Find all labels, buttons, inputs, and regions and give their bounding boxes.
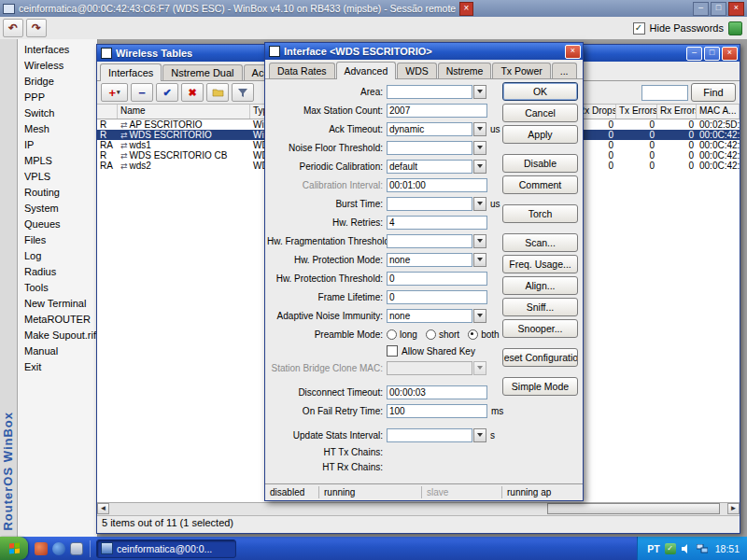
area-dropdown-button[interactable] [473, 85, 486, 99]
sidebar-item-ip[interactable]: IP [18, 137, 97, 153]
sidebar-item-metarouter[interactable]: MetaROUTER [18, 312, 97, 328]
sidebar-item-log[interactable]: Log [18, 248, 97, 264]
volume-icon[interactable] [681, 543, 692, 554]
preamble-long-radio[interactable]: long [387, 329, 417, 340]
periodic-calibration-dropdown-button[interactable] [473, 160, 486, 174]
cancel-button[interactable]: Cancel [502, 104, 578, 122]
quick-launch-icon-2[interactable] [52, 542, 65, 555]
sidebar-item-tools[interactable]: Tools [18, 280, 97, 296]
language-indicator[interactable]: PT [647, 543, 659, 554]
burst-time-dropdown-button[interactable] [473, 197, 486, 211]
tab-overflow[interactable]: ... [552, 63, 577, 78]
scroll-left-button[interactable]: ◄ [97, 503, 109, 514]
remote-session-titlebar[interactable]: ceinformatica@00:0C:42:43:C6:F7 (WDS ESC… [0, 0, 747, 17]
sidebar-item-vpls[interactable]: VPLS [18, 169, 97, 185]
sidebar-item-wireless[interactable]: Wireless [18, 58, 97, 74]
security-shield-icon[interactable]: ✓ [665, 543, 676, 554]
window-close-button[interactable]: × [722, 47, 738, 61]
noise-floor-threshold-input[interactable] [387, 141, 472, 155]
sidebar-item-files[interactable]: Files [18, 232, 97, 248]
remote-close-button[interactable]: × [728, 2, 744, 16]
sidebar-item-manual[interactable]: Manual [18, 343, 97, 359]
hw-protection-threshold-input[interactable] [387, 272, 487, 286]
hw-retries-input[interactable] [387, 216, 487, 230]
on-fail-retry-time-input[interactable] [387, 404, 487, 418]
preamble-both-radio[interactable]: both [468, 329, 499, 340]
column-flags[interactable] [97, 105, 118, 119]
snooper-button[interactable]: Snooper... [502, 319, 578, 338]
sidebar-item-mesh[interactable]: Mesh [18, 121, 97, 137]
adaptive-noise-immunity-input[interactable] [387, 309, 472, 323]
scrollbar-thumb[interactable] [547, 503, 721, 514]
scan-button[interactable]: Scan... [502, 233, 578, 252]
hw-protection-mode-dropdown-button[interactable] [473, 253, 486, 267]
taskbar-winbox-button[interactable]: ceinformatica@00:0... [96, 539, 236, 558]
undo-button[interactable]: ↶ [3, 19, 23, 37]
tab-wds[interactable]: WDS [397, 63, 437, 78]
sidebar-item-routing[interactable]: Routing [18, 185, 97, 201]
remote-session-close-icon[interactable]: × [459, 2, 473, 16]
sniff-button[interactable]: Sniff... [502, 298, 578, 316]
enable-button[interactable]: ✔ [156, 83, 178, 102]
tab-interfaces[interactable]: Interfaces [100, 63, 162, 81]
tab-nstreme[interactable]: Nstreme [438, 63, 492, 78]
ok-button[interactable]: OK [502, 82, 578, 101]
noise-floor-dropdown-button[interactable] [473, 141, 486, 155]
add-button[interactable]: + ▾ [101, 83, 128, 102]
adaptive-noise-dropdown-button[interactable] [473, 309, 486, 323]
sidebar-item-system[interactable]: System [18, 201, 97, 217]
hw-protection-mode-input[interactable] [387, 253, 472, 267]
filter-button[interactable] [232, 83, 254, 102]
frame-lifetime-input[interactable] [387, 290, 487, 304]
find-button[interactable]: Find [691, 83, 736, 102]
horizontal-scrollbar[interactable]: ◄ ► [97, 502, 740, 515]
sidebar-item-queues[interactable]: Queues [18, 217, 97, 232]
sidebar-item-radius[interactable]: Radius [18, 264, 97, 280]
torch-button[interactable]: Torch [502, 204, 578, 223]
apply-button[interactable]: Apply [502, 125, 578, 144]
allow-shared-key-checkbox[interactable] [387, 345, 398, 357]
hw-fragmentation-threshold-input[interactable] [387, 234, 472, 248]
comment-button[interactable]: Comment [502, 175, 578, 194]
preamble-short-radio[interactable]: short [426, 329, 459, 340]
comment-button-toolbar[interactable] [206, 83, 229, 102]
sidebar-item-switch[interactable]: Switch [18, 105, 97, 121]
max-station-count-input[interactable] [387, 104, 487, 118]
simple-mode-button[interactable]: Simple Mode [502, 377, 578, 396]
remove-button[interactable]: − [131, 83, 153, 102]
periodic-calibration-input[interactable] [387, 160, 472, 174]
sidebar-item-exit[interactable]: Exit [18, 359, 97, 375]
disable-button[interactable]: Disable [502, 154, 578, 173]
reset-configuration-button[interactable]: Reset Configuration [502, 348, 578, 367]
ack-timeout-dropdown-button[interactable] [473, 122, 486, 136]
window-minimize-button[interactable]: – [686, 47, 702, 61]
ack-timeout-input[interactable] [387, 122, 472, 136]
tab-tx-power[interactable]: Tx Power [492, 63, 550, 78]
sidebar-item-make-supout[interactable]: Make Supout.rif [18, 328, 97, 343]
column-rx-errors[interactable]: Rx Errors [657, 105, 697, 119]
hw-fragmentation-dropdown-button[interactable] [473, 234, 486, 248]
remote-maximize-button[interactable]: □ [711, 2, 726, 16]
column-mac-address[interactable]: MAC A... [697, 105, 740, 119]
remote-minimize-button[interactable]: – [693, 2, 709, 16]
sidebar-item-interfaces[interactable]: Interfaces [18, 42, 97, 58]
interface-dialog-titlebar[interactable]: Interface <WDS ESCRITORIO> × [265, 43, 583, 60]
scroll-right-button[interactable]: ► [727, 503, 740, 514]
freq-usage-button[interactable]: Freq. Usage... [502, 255, 578, 273]
hide-passwords-checkbox[interactable]: ✓ [633, 22, 645, 35]
area-input[interactable] [387, 85, 472, 99]
sidebar-item-bridge[interactable]: Bridge [18, 74, 97, 90]
sidebar-item-mpls[interactable]: MPLS [18, 153, 97, 169]
network-icon[interactable] [697, 543, 708, 554]
sidebar-item-new-terminal[interactable]: New Terminal [18, 296, 97, 312]
redo-button[interactable]: ↷ [26, 19, 47, 37]
column-name[interactable]: Name [118, 105, 250, 119]
quick-launch-icon-1[interactable] [35, 542, 48, 555]
calibration-interval-input[interactable] [387, 178, 487, 192]
window-maximize-button[interactable]: □ [704, 47, 720, 61]
update-stats-dropdown-button[interactable] [473, 428, 486, 442]
disable-button-toolbar[interactable]: ✖ [181, 83, 204, 102]
sidebar-item-ppp[interactable]: PPP [18, 90, 97, 105]
burst-time-input[interactable] [387, 197, 472, 211]
start-button[interactable] [0, 537, 28, 560]
